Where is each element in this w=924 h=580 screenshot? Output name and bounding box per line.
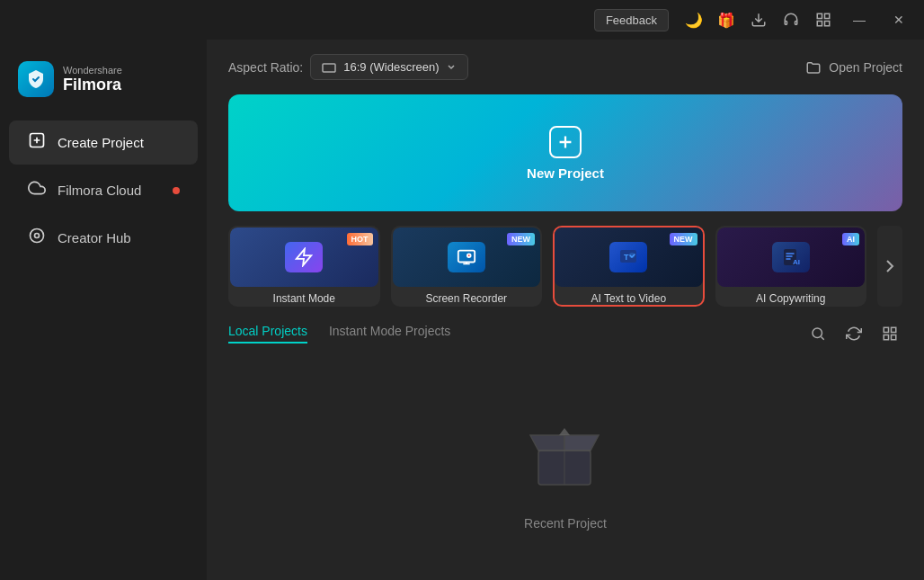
empty-state-label: Recent Project xyxy=(524,516,607,531)
tabs-right xyxy=(805,321,902,346)
svg-marker-8 xyxy=(297,249,312,265)
sidebar-item-creator-hub[interactable]: Creator Hub xyxy=(9,216,198,260)
aspect-ratio-dropdown[interactable]: 16:9 (Widescreen) xyxy=(310,54,468,80)
search-icon[interactable] xyxy=(805,321,831,346)
tabs-left: Local Projects Instant Mode Projects xyxy=(228,324,450,344)
instant-mode-icon xyxy=(285,242,323,272)
projects-section: Local Projects Instant Mode Projects xyxy=(207,321,924,580)
svg-rect-17 xyxy=(884,327,888,332)
open-project-label: Open Project xyxy=(829,60,902,75)
svg-rect-20 xyxy=(892,335,896,340)
gift-icon[interactable]: 🎁 xyxy=(712,5,741,34)
creator-hub-label: Creator Hub xyxy=(58,230,131,245)
minimize-button[interactable]: — xyxy=(841,5,877,34)
svg-point-10 xyxy=(467,254,471,257)
svg-rect-19 xyxy=(884,335,888,340)
screen-recorder-icon xyxy=(448,242,485,272)
logo-brand: Wondershare xyxy=(63,65,122,76)
scroll-right-button[interactable] xyxy=(877,226,902,307)
instant-mode-badge: HOT xyxy=(347,233,373,245)
logo-area: Wondershare Filmora xyxy=(0,54,207,119)
ai-text-video-icon: T xyxy=(609,242,647,272)
sidebar-item-create-project[interactable]: Create Project xyxy=(9,120,198,165)
ai-copywriting-badge: AI xyxy=(842,233,859,245)
close-button[interactable]: ✕ xyxy=(881,5,917,34)
feedback-button[interactable]: Feedback xyxy=(594,9,669,31)
screen-recorder-label: Screen Recorder xyxy=(425,292,507,305)
open-project-button[interactable]: Open Project xyxy=(805,59,902,76)
create-project-label: Create Project xyxy=(58,135,144,150)
create-project-icon xyxy=(27,131,47,154)
aspect-ratio-value: 16:9 (Widescreen) xyxy=(343,60,439,74)
svg-point-5 xyxy=(31,229,44,243)
svg-point-16 xyxy=(813,328,822,338)
empty-box-icon xyxy=(525,410,606,505)
notification-dot xyxy=(173,187,180,194)
cloud-icon xyxy=(27,179,47,201)
top-bar: Aspect Ratio: 16:9 (Widescreen) Open Pro… xyxy=(207,40,924,94)
filmora-cloud-label: Filmora Cloud xyxy=(58,183,141,198)
ai-text-video-badge: NEW xyxy=(670,233,697,245)
ai-copywriting-label: AI Copywriting xyxy=(756,292,825,305)
empty-state: Recent Project xyxy=(228,361,902,580)
refresh-icon[interactable] xyxy=(841,321,866,346)
title-bar: Feedback 🌙 🎁 — ✕ xyxy=(0,0,924,40)
new-project-banner[interactable]: New Project xyxy=(228,94,902,211)
svg-text:T: T xyxy=(624,253,629,262)
quick-actions: Instant Mode HOT Screen Recorder NEW xyxy=(207,211,924,321)
projects-tabs: Local Projects Instant Mode Projects xyxy=(228,321,902,346)
sidebar: Wondershare Filmora Create Project Filmo… xyxy=(0,40,207,580)
logo-icon xyxy=(18,61,54,97)
content-area: Aspect Ratio: 16:9 (Widescreen) Open Pro… xyxy=(207,40,924,580)
svg-rect-0 xyxy=(817,13,822,18)
svg-rect-18 xyxy=(892,327,896,332)
grid-view-icon[interactable] xyxy=(877,321,902,346)
quick-card-ai-text-video[interactable]: T AI Text to Video NEW xyxy=(553,226,705,307)
ai-text-video-label: AI Text to Video xyxy=(591,292,666,305)
grid-icon[interactable] xyxy=(809,5,838,34)
quick-card-ai-copywriting[interactable]: AI AI Copywriting AI xyxy=(715,226,867,307)
aspect-ratio-selector: Aspect Ratio: 16:9 (Widescreen) xyxy=(228,54,468,80)
aspect-ratio-label: Aspect Ratio: xyxy=(228,60,303,75)
quick-card-instant-mode[interactable]: Instant Mode HOT xyxy=(228,226,380,307)
svg-rect-2 xyxy=(817,22,822,26)
screen-recorder-badge: NEW xyxy=(507,233,535,245)
logo-text: Wondershare Filmora xyxy=(63,65,122,94)
download-icon[interactable] xyxy=(744,5,773,34)
svg-text:AI: AI xyxy=(793,258,800,266)
title-bar-actions: Feedback 🌙 🎁 — ✕ xyxy=(594,5,917,34)
main-layout: Wondershare Filmora Create Project Filmo… xyxy=(0,40,924,580)
quick-card-screen-recorder[interactable]: Screen Recorder NEW xyxy=(391,226,543,307)
new-project-label: New Project xyxy=(527,165,604,181)
svg-rect-9 xyxy=(458,251,475,263)
new-project-icon xyxy=(549,126,582,158)
creator-hub-icon xyxy=(27,227,47,249)
theme-icon[interactable]: 🌙 xyxy=(680,5,708,34)
svg-rect-1 xyxy=(825,13,830,18)
sidebar-item-filmora-cloud[interactable]: Filmora Cloud xyxy=(9,168,198,212)
logo-name: Filmora xyxy=(63,76,122,94)
svg-rect-3 xyxy=(825,22,830,26)
tab-instant-mode-projects[interactable]: Instant Mode Projects xyxy=(329,324,450,344)
headset-icon[interactable] xyxy=(777,5,805,34)
tab-local-projects[interactable]: Local Projects xyxy=(228,324,307,344)
instant-mode-label: Instant Mode xyxy=(273,292,335,305)
ai-copywriting-icon: AI xyxy=(772,242,810,272)
svg-point-6 xyxy=(35,234,40,238)
svg-rect-7 xyxy=(323,64,335,72)
